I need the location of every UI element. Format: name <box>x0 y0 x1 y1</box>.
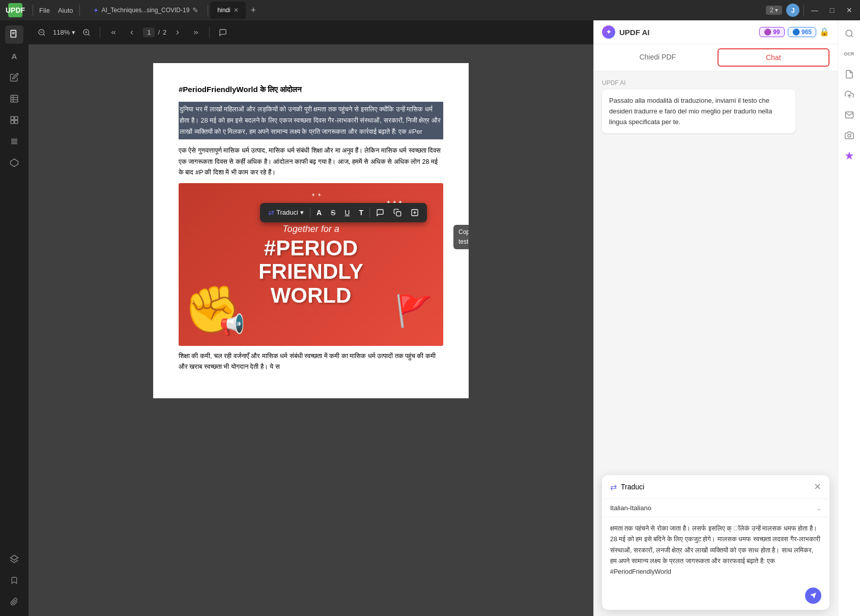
pdf-para2: शिक्षा की कमी, चल रही वर्जनाएँ और मासिक … <box>179 351 443 373</box>
pdf-title: #PeriodFriendlyWorld के लिए आंदोलन <box>179 83 443 96</box>
last-page-btn[interactable] <box>189 25 203 40</box>
pdf-and-panel: 118% ▾ 1 / 2 <box>28 20 860 616</box>
svg-marker-15 <box>11 159 18 167</box>
title-separator <box>33 5 33 16</box>
tab-hindi[interactable]: hindi ✕ <box>210 2 245 19</box>
traduci-label: Traduci <box>276 208 298 218</box>
sidebar-icon-table[interactable] <box>5 90 23 108</box>
far-sidebar-camera[interactable] <box>841 127 857 143</box>
tab-sep <box>208 5 208 15</box>
next-page-btn[interactable] <box>170 25 185 40</box>
banner-text-block: Together for a #PERIOD FRIENDLY WORLD <box>259 222 363 307</box>
tab-chat[interactable]: Chat <box>718 48 830 67</box>
sidebar-icon-layers[interactable] <box>5 550 23 568</box>
tab-ai-techniques[interactable]: ✦ AI_Techniques...sing_COVID-19 ✎ <box>86 2 206 19</box>
comment-btn[interactable] <box>216 25 230 40</box>
far-sidebar-ai-sparkle[interactable] <box>841 148 857 164</box>
svg-point-32 <box>848 134 851 137</box>
menu-sep <box>79 5 80 16</box>
translate-lang-chevron: ⌄ <box>816 505 821 512</box>
chat-bubble: Passato alla modalità di traduzione, inv… <box>602 90 795 133</box>
sidebar-icon-document[interactable] <box>5 25 23 44</box>
far-sidebar-upload[interactable] <box>841 86 857 103</box>
pdf-para1: एक ऐसे गुणवत्तापूर्ण मासिक धर्म उत्पाद, … <box>179 145 443 178</box>
titlebar: UPDF File Aiuto ✦ AI_Techniques...sing_C… <box>0 0 860 20</box>
svg-rect-24 <box>396 212 401 216</box>
inline-sep-2 <box>369 208 370 218</box>
user-avatar[interactable]: J <box>786 4 799 17</box>
inline-underline-btn[interactable]: U <box>340 205 354 220</box>
translate-popup-header: ⇄ Traduci ✕ <box>602 475 829 499</box>
app-logo: UPDF <box>4 3 26 17</box>
updf-ai-title: UPDF AI <box>619 28 649 37</box>
far-sidebar-search[interactable] <box>841 25 857 42</box>
menu-file[interactable]: File <box>39 7 50 14</box>
svg-rect-9 <box>11 121 14 124</box>
sidebar-icon-list[interactable] <box>5 132 23 151</box>
banner-together-text: Together for a <box>259 222 363 237</box>
tab-label-1: AI_Techniques...sing_COVID-19 <box>102 7 190 14</box>
inline-copy-btn[interactable] <box>389 207 406 219</box>
close-button[interactable]: ✕ <box>843 4 856 17</box>
sidebar-icon-edit[interactable] <box>5 68 23 86</box>
translate-popup-close[interactable]: ✕ <box>814 481 821 492</box>
inline-comment-btn[interactable] <box>372 207 388 219</box>
pdf-toolbar: 118% ▾ 1 / 2 <box>28 20 593 45</box>
tab-chiedi-pdf[interactable]: Chiedi PDF <box>602 48 713 67</box>
minimize-button[interactable]: — <box>808 4 821 17</box>
pdf-title-text: के लिए आंदोलन <box>260 85 302 94</box>
lock-icon[interactable]: 🔒 <box>819 27 829 37</box>
toolbar-sep-1 <box>100 27 100 38</box>
sidebar-icon-layout[interactable] <box>5 111 23 129</box>
translate-footer <box>602 583 829 610</box>
chat-area[interactable]: UPDF AI Passato alla modalità di traduzi… <box>594 71 838 469</box>
zoom-in-btn[interactable] <box>79 25 94 40</box>
translate-send-button[interactable] <box>805 588 821 604</box>
chat-sender-label: UPDF AI <box>602 79 829 86</box>
highlighted-text: दुनिया भर में लाखों महिलाओं और लड़कियों … <box>180 105 441 135</box>
sidebar-icon-plugin[interactable] <box>5 154 23 172</box>
banner-megaphone-icon: 📢 <box>219 308 245 341</box>
page-current[interactable]: 1 <box>143 27 155 37</box>
zoom-out-btn[interactable] <box>35 25 49 40</box>
sidebar-icon-text[interactable]: A <box>5 47 23 65</box>
inline-add-btn[interactable] <box>407 207 423 219</box>
prev-page-btn[interactable] <box>125 25 139 40</box>
svg-marker-16 <box>11 555 18 561</box>
sidebar-icon-bookmark[interactable] <box>5 571 23 590</box>
translate-icon-small: ⇄ <box>268 207 274 218</box>
tab-close-hindi[interactable]: ✕ <box>234 7 239 14</box>
translate-content: क्षमता तक पहंचने से रोका जाता है। लसर्फ … <box>610 525 820 575</box>
main-area: A <box>0 20 860 616</box>
menu-aiuto[interactable]: Aiuto <box>58 7 73 14</box>
svg-line-18 <box>43 34 45 36</box>
zoom-display[interactable]: 118% ▾ <box>53 28 75 36</box>
inline-text-btn[interactable]: T <box>355 205 367 220</box>
logo-icon: UPDF <box>8 3 22 17</box>
ai-badge-blue[interactable]: 🔵 965 <box>788 27 816 37</box>
far-sidebar-ocr[interactable]: OCR <box>841 46 857 62</box>
translate-chevron: ▾ <box>300 208 304 218</box>
svg-point-29 <box>846 30 852 36</box>
far-sidebar-mail[interactable] <box>841 107 857 123</box>
toolbar-sep-2 <box>209 27 210 38</box>
first-page-btn[interactable] <box>106 25 121 40</box>
titlebar-right: 2 ▾ J — □ ✕ <box>766 4 856 17</box>
ai-badge-purple[interactable]: 🟣 99 <box>759 27 785 37</box>
translate-text-area[interactable]: क्षमता तक पहंचने से रोका जाता है। लसर्फ … <box>602 517 829 583</box>
translate-lang-label: Italian-Italiano <box>610 504 651 512</box>
maximize-button[interactable]: □ <box>825 4 839 17</box>
traduci-button[interactable]: ⇄ Traduci ▾ <box>264 205 308 220</box>
zoom-level: 118% <box>53 28 70 36</box>
sidebar-icon-attachment[interactable] <box>5 593 23 611</box>
inline-font-btn[interactable]: A <box>312 205 326 220</box>
page-sep: / <box>158 28 160 36</box>
inline-strike-btn[interactable]: S <box>327 205 339 220</box>
far-sidebar-doc[interactable] <box>841 66 857 82</box>
svg-rect-7 <box>11 116 14 120</box>
svg-rect-8 <box>15 116 18 120</box>
translate-lang-selector[interactable]: Italian-Italiano ⌄ <box>602 499 829 517</box>
inline-toolbar[interactable]: ⇄ Traduci ▾ A S U T <box>260 203 427 222</box>
highlighted-text-block: दुनिया भर में लाखों महिलाओं और लड़कियों … <box>179 102 443 139</box>
tab-add-button[interactable]: + <box>247 4 260 17</box>
